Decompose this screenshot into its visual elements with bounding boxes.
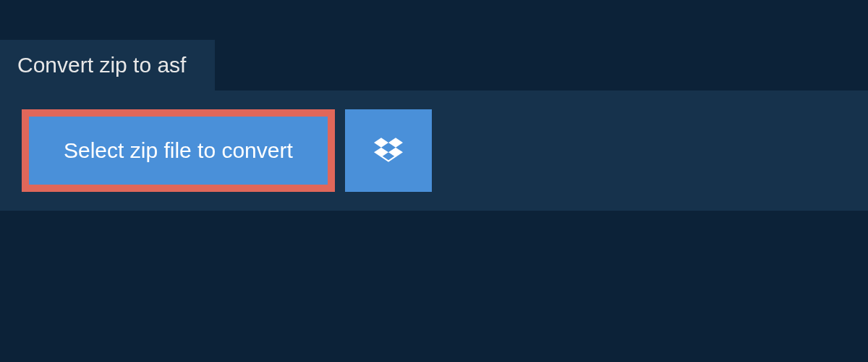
tab-header: Convert zip to asf: [0, 40, 215, 90]
select-file-button[interactable]: Select zip file to convert: [22, 109, 335, 192]
select-file-label: Select zip file to convert: [64, 138, 293, 163]
upload-panel: Select zip file to convert: [0, 90, 868, 211]
dropbox-icon: [374, 135, 403, 167]
page-title: Convert zip to asf: [17, 53, 186, 77]
dropbox-upload-button[interactable]: [345, 109, 432, 192]
